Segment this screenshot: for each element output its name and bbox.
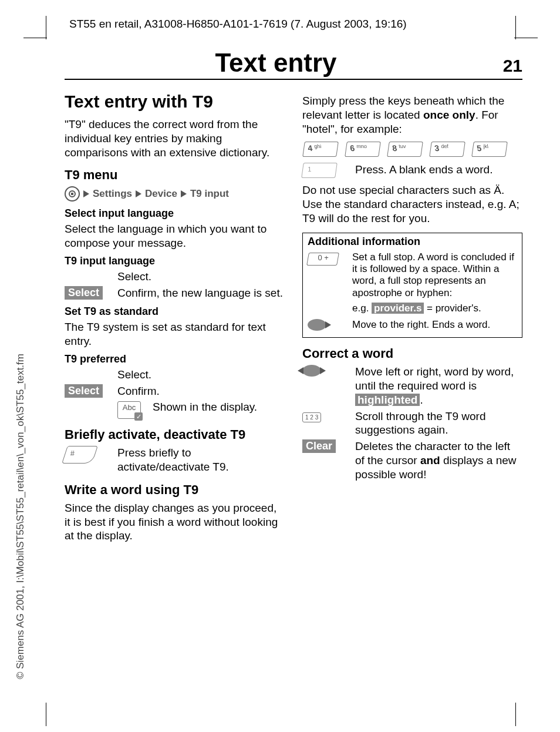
correct-move-text: Move left or right, word by word, until … <box>355 365 522 407</box>
shown-display-text: Shown in the display. <box>153 400 285 414</box>
key-4: 4 ghi <box>302 142 339 157</box>
page-number: 21 <box>487 56 522 76</box>
nav-device: Device <box>145 188 177 200</box>
set-standard-body: The T9 system is set as standard for tex… <box>65 320 285 348</box>
heading-t9-menu: T9 menu <box>65 167 285 183</box>
copyright-text: © Siemens AG 2001, I:\Mobil\ST55\ST55_re… <box>15 354 26 679</box>
additional-info-box: Additional information 0 + Set a full st… <box>302 233 522 338</box>
page-title: Text entry <box>65 48 487 78</box>
label-t9-input-lang: T9 input language <box>65 255 285 267</box>
menu-icon <box>65 186 80 202</box>
nav-leftright-icon <box>302 365 321 377</box>
key-8: 8 tuv <box>387 142 423 157</box>
no-special-chars: Do not use special characters such as Ä.… <box>302 183 522 225</box>
triple-key-icon: 1 2 3 <box>302 412 321 422</box>
crop-mark <box>46 703 46 726</box>
title-row: Text entry 21 <box>65 48 522 80</box>
arrow-icon <box>181 190 187 197</box>
brief-body: Press briefly to activate/deactivate T9. <box>117 446 285 474</box>
key-sequence: 4 ghi 6 mno 8 tuv 3 def 5 jkl <box>302 140 522 158</box>
info-heading: Additional information <box>303 233 522 250</box>
clear-text: Deletes the character to the left of the… <box>355 439 522 481</box>
nav-right-icon <box>308 319 326 331</box>
select-text: Select. <box>117 270 285 284</box>
press-blank-text: Press. A blank ends a word. <box>355 163 522 177</box>
confirm-lang-text: Confirm, the new language is set. <box>117 286 285 300</box>
heading-t9-entry: Text entry with T9 <box>65 92 285 112</box>
key-1-blank <box>301 163 338 178</box>
key-0: 0 + <box>306 253 339 266</box>
crop-mark <box>46 16 46 39</box>
doc-header: ST55 en retail, A31008-H6850-A101-1-7619… <box>65 18 522 31</box>
softkey-select-2: Select <box>65 384 103 398</box>
softkey-clear: Clear <box>302 439 336 453</box>
key-5: 5 jkl <box>471 142 508 157</box>
nav-settings: Settings <box>93 188 132 200</box>
intro-text: "T9" deduces the correct word from the i… <box>65 117 285 159</box>
arrow-icon <box>136 190 141 197</box>
move-right-text: Move to the right. Ends a word. <box>352 319 517 334</box>
label-t9-preferred: T9 preferred <box>65 353 285 365</box>
crop-mark <box>23 38 47 38</box>
left-column: Text entry with T9 "T9" deduces the corr… <box>65 92 285 545</box>
select-lang-body: Select the language in which you want to… <box>65 222 285 250</box>
nav-path: Settings Device T9 input <box>65 186 285 202</box>
key-3: 3 def <box>429 142 465 157</box>
heading-set-standard: Set T9 as standard <box>65 305 285 318</box>
hash-key-icon <box>62 446 98 464</box>
write-body: Since the display changes as you proceed… <box>65 501 285 543</box>
heading-briefly-activate: Briefly activate, deactivate T9 <box>65 427 285 442</box>
heading-write-word: Write a word using T9 <box>65 482 285 498</box>
softkey-select: Select <box>65 286 103 300</box>
example-providers: e.g. provider.s = provider's. <box>352 303 517 314</box>
key-6: 6 mno <box>345 142 381 157</box>
heading-select-lang: Select input language <box>65 207 285 220</box>
heading-correct-word: Correct a word <box>302 346 522 361</box>
press-keys-intro: Simply press the keys beneath which the … <box>302 94 522 136</box>
confirm-text: Confirm. <box>117 384 285 398</box>
arrow-icon <box>83 190 89 197</box>
nav-t9input: T9 input <box>190 188 229 200</box>
abc-icon: Abc <box>117 401 141 419</box>
scroll-suggestions-text: Scroll through the T9 word suggestions a… <box>355 409 522 438</box>
crop-mark <box>515 703 516 726</box>
select-text-2: Select. <box>117 368 285 382</box>
right-column: Simply press the keys beneath which the … <box>302 92 522 545</box>
zero-key-body: Set a full stop. A word is concluded if … <box>352 251 517 300</box>
